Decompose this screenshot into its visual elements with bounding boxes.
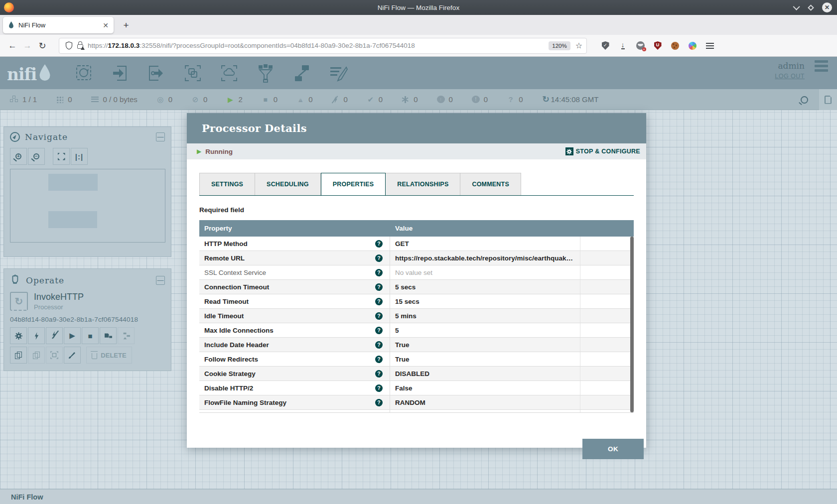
property-value[interactable]: No value set (390, 410, 580, 413)
help-icon[interactable]: ? (375, 254, 383, 262)
output-port-component-icon[interactable] (146, 63, 167, 84)
cookie-icon[interactable] (671, 41, 680, 50)
help-icon[interactable]: ? (375, 384, 383, 392)
property-row[interactable]: Follow Redirects?True (199, 352, 634, 367)
property-row[interactable]: Connection Timeout?5 secs (199, 280, 634, 294)
help-icon[interactable]: ? (375, 327, 383, 334)
property-row[interactable]: Max Idle Connections?5 (199, 323, 634, 338)
help-icon[interactable]: ? (375, 269, 383, 276)
browser-menu-icon[interactable] (705, 41, 714, 50)
property-row[interactable]: Idle Timeout?5 mins (199, 309, 634, 323)
tab-close-icon[interactable]: ✕ (103, 21, 109, 29)
help-icon[interactable]: ? (375, 283, 383, 291)
property-row[interactable]: SSL Context Service?No value set (199, 265, 634, 280)
paste-button[interactable] (28, 347, 45, 364)
bookmark-star-icon[interactable]: ☆ (575, 41, 582, 50)
zoom-out-button[interactable]: − (28, 148, 45, 165)
disable-button[interactable] (46, 327, 63, 344)
property-value[interactable]: No value set (390, 265, 580, 279)
label-component-icon[interactable] (328, 63, 349, 84)
url-bar[interactable]: https://172.18.0.3:32558/nifi/?processGr… (59, 38, 587, 54)
property-value[interactable]: True (390, 338, 580, 352)
property-row[interactable]: FlowFile Naming Strategy?RANDOM (199, 395, 634, 410)
configure-button[interactable] (10, 327, 27, 344)
template-component-icon[interactable] (291, 63, 312, 84)
help-icon[interactable]: ? (375, 312, 383, 320)
selected-component-id[interactable]: 04b8fd14-80a9-30e2-8b1a-7cf067544018 (10, 316, 165, 323)
delete-button[interactable]: DELETE (86, 347, 132, 364)
property-value[interactable]: False (390, 381, 580, 395)
property-value[interactable]: GET (390, 237, 580, 251)
start-button[interactable]: ▶ (64, 327, 81, 344)
help-icon[interactable]: ? (375, 341, 383, 349)
processor-component-icon[interactable] (73, 63, 94, 84)
refresh-icon[interactable]: ↻ (542, 94, 550, 105)
property-row[interactable]: Remote URL?https://repo.stackable.tech/r… (199, 251, 634, 265)
operate-collapse-button[interactable]: — (156, 276, 165, 285)
download-icon[interactable]: ↓ (618, 41, 627, 50)
new-tab-button[interactable]: + (120, 19, 133, 32)
back-button[interactable]: ← (5, 41, 20, 51)
property-value[interactable]: DISABLED (390, 367, 580, 380)
fill-color-button[interactable] (64, 347, 81, 364)
property-row[interactable]: HTTP Method?GET (199, 237, 634, 251)
help-icon[interactable]: ? (375, 240, 383, 248)
window-minimize-icon[interactable] (793, 3, 800, 10)
zoom-actual-size-button[interactable]: |:| (71, 148, 88, 165)
account-shield-icon[interactable] (601, 41, 610, 50)
search-icon[interactable] (801, 96, 808, 104)
input-port-component-icon[interactable] (110, 63, 131, 84)
container-pinwheel-icon[interactable] (688, 41, 697, 50)
property-value[interactable]: 5 mins (390, 309, 580, 323)
tab-relationships[interactable]: RELATIONSHIPS (386, 173, 460, 195)
zoom-fit-button[interactable] (53, 148, 70, 165)
lock-icon[interactable] (77, 44, 83, 49)
copy-button[interactable] (10, 347, 27, 364)
url-text[interactable]: https://172.18.0.3:32558/nifi/?processGr… (88, 42, 549, 49)
reload-button[interactable]: ↻ (35, 40, 50, 51)
property-row[interactable]: Read Timeout?15 secs (199, 294, 634, 309)
stop-button[interactable]: ■ (82, 327, 99, 344)
process-group-component-icon[interactable] (182, 63, 203, 84)
tab-properties[interactable]: PROPERTIES (321, 173, 386, 196)
table-scrollbar[interactable] (630, 237, 634, 412)
ok-button[interactable]: OK (582, 439, 644, 459)
property-row[interactable]: Cookie Strategy?DISABLED (199, 367, 634, 381)
help-icon[interactable]: ? (375, 399, 383, 406)
forward-button[interactable]: → (20, 41, 35, 51)
property-value[interactable]: RANDOM (390, 395, 580, 409)
help-icon[interactable]: ? (375, 356, 383, 363)
extension-mask-icon[interactable] (636, 41, 645, 50)
tab-comments[interactable]: COMMENTS (460, 173, 521, 195)
logout-link[interactable]: LOG OUT (775, 73, 805, 80)
property-value[interactable]: 5 secs (390, 280, 580, 294)
birdseye-toggle-icon[interactable] (819, 89, 837, 110)
property-value[interactable]: https://repo.stackable.tech/repository/m… (390, 251, 580, 265)
save-flow-version-button[interactable] (100, 327, 117, 344)
property-value[interactable]: 15 secs (390, 294, 580, 308)
remote-process-group-component-icon[interactable] (219, 63, 240, 84)
tracking-protection-icon[interactable] (65, 41, 73, 50)
zoom-level-badge[interactable]: 120% (549, 41, 570, 50)
property-row[interactable]: Include Date Header?True (199, 338, 634, 352)
tab-scheduling[interactable]: SCHEDULING (255, 173, 321, 195)
tab-settings[interactable]: SETTINGS (199, 173, 255, 195)
zoom-in-button[interactable]: + (10, 148, 27, 165)
property-row[interactable]: Disable HTTP/2?False (199, 381, 634, 395)
create-template-button[interactable] (118, 327, 135, 344)
window-close-icon[interactable]: ✕ (822, 2, 832, 12)
property-value[interactable]: 5 (390, 323, 580, 337)
breadcrumb[interactable]: NiFi Flow (11, 493, 43, 501)
window-maximize-icon[interactable] (808, 4, 814, 11)
navigate-collapse-button[interactable]: — (156, 132, 165, 141)
enable-button[interactable] (28, 327, 45, 344)
funnel-component-icon[interactable] (255, 63, 276, 84)
help-icon[interactable]: ? (375, 298, 383, 305)
browser-tab[interactable]: NiFi Flow ✕ (3, 17, 114, 33)
birdseye-minimap[interactable] (10, 169, 165, 243)
group-button[interactable] (46, 347, 63, 364)
help-icon[interactable]: ? (375, 370, 383, 378)
property-value[interactable]: True (390, 352, 580, 366)
global-menu-icon[interactable] (815, 61, 828, 67)
property-row[interactable]: Attributes to Send?No value set (199, 410, 634, 413)
